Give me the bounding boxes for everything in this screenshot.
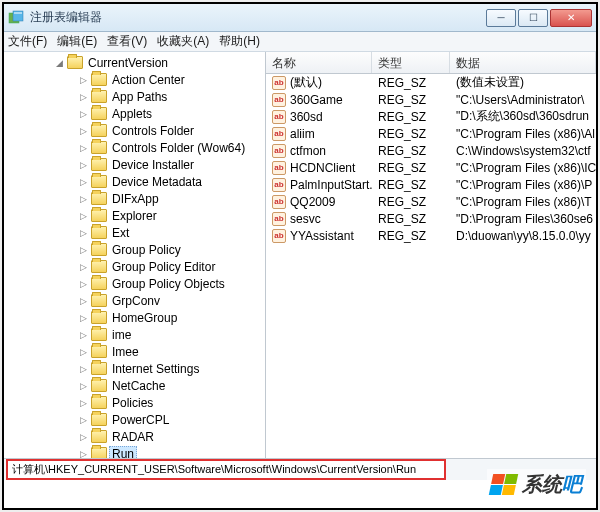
collapse-icon[interactable]: ◢ bbox=[54, 57, 65, 68]
watermark-suffix: 吧 bbox=[562, 473, 582, 495]
list-body[interactable]: ab(默认)REG_SZ(数值未设置)ab360GameREG_SZ"C:\Us… bbox=[266, 74, 596, 458]
tree-item[interactable]: ▷Internet Settings bbox=[6, 360, 265, 377]
string-value-icon: ab bbox=[272, 110, 286, 124]
list-row[interactable]: abctfmonREG_SZC:\Windows\system32\ctf bbox=[266, 142, 596, 159]
list-row[interactable]: abQQ2009REG_SZ"C:\Program Files (x86)\T bbox=[266, 193, 596, 210]
tree-item[interactable]: ▷HomeGroup bbox=[6, 309, 265, 326]
expand-icon[interactable]: ▷ bbox=[78, 125, 89, 136]
list-row[interactable]: abHCDNClientREG_SZ"C:\Program Files (x86… bbox=[266, 159, 596, 176]
watermark-prefix: 系统 bbox=[522, 473, 562, 495]
string-value-icon: ab bbox=[272, 178, 286, 192]
tree-item[interactable]: ▷Run bbox=[6, 445, 265, 458]
svg-rect-2 bbox=[14, 12, 22, 14]
value-data: "C:\Program Files (x86)\IC bbox=[450, 161, 596, 175]
expand-icon[interactable]: ▷ bbox=[78, 329, 89, 340]
expand-icon[interactable]: ▷ bbox=[78, 312, 89, 323]
tree-item[interactable]: ▷Applets bbox=[6, 105, 265, 122]
expand-icon[interactable]: ▷ bbox=[78, 91, 89, 102]
expand-icon[interactable]: ▷ bbox=[78, 210, 89, 221]
tree-item[interactable]: ▷Action Center bbox=[6, 71, 265, 88]
expand-icon[interactable]: ▷ bbox=[78, 74, 89, 85]
tree-item[interactable]: ▷Group Policy bbox=[6, 241, 265, 258]
tree-item[interactable]: ▷Group Policy Objects bbox=[6, 275, 265, 292]
tree-item[interactable]: ▷Controls Folder (Wow64) bbox=[6, 139, 265, 156]
value-name: QQ2009 bbox=[290, 195, 335, 209]
expand-icon[interactable]: ▷ bbox=[78, 346, 89, 357]
expand-icon[interactable]: ▷ bbox=[78, 448, 89, 458]
menu-help[interactable]: 帮助(H) bbox=[219, 33, 260, 50]
expand-icon[interactable]: ▷ bbox=[78, 159, 89, 170]
tree-item[interactable]: ▷NetCache bbox=[6, 377, 265, 394]
menu-favorites[interactable]: 收藏夹(A) bbox=[157, 33, 209, 50]
expand-icon[interactable]: ▷ bbox=[78, 227, 89, 238]
expand-icon[interactable]: ▷ bbox=[78, 244, 89, 255]
tree-label: Device Installer bbox=[109, 158, 197, 172]
list-row[interactable]: abaliimREG_SZ"C:\Program Files (x86)\Al bbox=[266, 125, 596, 142]
maximize-button[interactable]: ☐ bbox=[518, 9, 548, 27]
minimize-button[interactable]: ─ bbox=[486, 9, 516, 27]
expand-icon[interactable]: ▷ bbox=[78, 176, 89, 187]
tree-item[interactable]: ▷Ext bbox=[6, 224, 265, 241]
value-name: 360sd bbox=[290, 110, 323, 124]
tree-label: Policies bbox=[109, 396, 156, 410]
tree-item[interactable]: ▷ime bbox=[6, 326, 265, 343]
menu-file[interactable]: 文件(F) bbox=[8, 33, 47, 50]
tree-item[interactable]: ▷Controls Folder bbox=[6, 122, 265, 139]
string-value-icon: ab bbox=[272, 229, 286, 243]
folder-icon bbox=[91, 107, 107, 120]
tree-item[interactable]: ▷Device Installer bbox=[6, 156, 265, 173]
tree-item[interactable]: ▷Policies bbox=[6, 394, 265, 411]
folder-icon bbox=[91, 243, 107, 256]
list-row[interactable]: absesvcREG_SZ"D:\Program Files\360se6 bbox=[266, 210, 596, 227]
list-row[interactable]: ab(默认)REG_SZ(数值未设置) bbox=[266, 74, 596, 91]
value-data: (数值未设置) bbox=[450, 74, 596, 91]
folder-icon bbox=[91, 192, 107, 205]
tree-item[interactable]: ▷DIFxApp bbox=[6, 190, 265, 207]
tree-item[interactable]: ▷Group Policy Editor bbox=[6, 258, 265, 275]
menu-view[interactable]: 查看(V) bbox=[107, 33, 147, 50]
tree-item-currentversion[interactable]: ◢CurrentVersion bbox=[6, 54, 265, 71]
expand-icon[interactable]: ▷ bbox=[78, 431, 89, 442]
expand-icon[interactable]: ▷ bbox=[78, 108, 89, 119]
address-path[interactable]: 计算机\HKEY_CURRENT_USER\Software\Microsoft… bbox=[6, 459, 446, 480]
tree-item[interactable]: ▷RADAR bbox=[6, 428, 265, 445]
list-row[interactable]: ab360GameREG_SZ"C:\Users\Administrator\ bbox=[266, 91, 596, 108]
tree-item[interactable]: ▷Device Metadata bbox=[6, 173, 265, 190]
tree-item[interactable]: ▷Imee bbox=[6, 343, 265, 360]
tree-item[interactable]: ▷App Paths bbox=[6, 88, 265, 105]
expand-icon[interactable]: ▷ bbox=[78, 380, 89, 391]
folder-icon bbox=[91, 345, 107, 358]
tree-scroll[interactable]: ◢CurrentVersion▷Action Center▷App Paths▷… bbox=[4, 52, 265, 458]
tree-label: Ext bbox=[109, 226, 132, 240]
expand-icon[interactable]: ▷ bbox=[78, 363, 89, 374]
menu-edit[interactable]: 编辑(E) bbox=[57, 33, 97, 50]
value-name: 360Game bbox=[290, 93, 343, 107]
tree-label: DIFxApp bbox=[109, 192, 162, 206]
tree-item[interactable]: ▷Explorer bbox=[6, 207, 265, 224]
col-header-data[interactable]: 数据 bbox=[450, 52, 596, 73]
folder-icon bbox=[91, 294, 107, 307]
list-row[interactable]: abPalmInputStart...REG_SZ"C:\Program Fil… bbox=[266, 176, 596, 193]
expand-icon[interactable]: ▷ bbox=[78, 142, 89, 153]
watermark: 系统吧 bbox=[487, 469, 586, 500]
list-row[interactable]: ab360sdREG_SZ"D:\系统\360sd\360sdrun bbox=[266, 108, 596, 125]
tree-label: Group Policy bbox=[109, 243, 184, 257]
expand-icon[interactable]: ▷ bbox=[78, 278, 89, 289]
value-name: aliim bbox=[290, 127, 315, 141]
col-header-type[interactable]: 类型 bbox=[372, 52, 450, 73]
list-row[interactable]: abYYAssistantREG_SZD:\duowan\yy\8.15.0.0… bbox=[266, 227, 596, 244]
value-name: (默认) bbox=[290, 74, 322, 91]
expand-icon[interactable]: ▷ bbox=[78, 397, 89, 408]
expand-icon[interactable]: ▷ bbox=[78, 414, 89, 425]
list-pane: 名称 类型 数据 ab(默认)REG_SZ(数值未设置)ab360GameREG… bbox=[266, 52, 596, 458]
close-button[interactable]: ✕ bbox=[550, 9, 592, 27]
expand-icon[interactable]: ▷ bbox=[78, 193, 89, 204]
col-header-name[interactable]: 名称 bbox=[266, 52, 372, 73]
titlebar[interactable]: 注册表编辑器 ─ ☐ ✕ bbox=[4, 4, 596, 32]
value-data: "C:\Users\Administrator\ bbox=[450, 93, 596, 107]
tree-item[interactable]: ▷GrpConv bbox=[6, 292, 265, 309]
expand-icon[interactable]: ▷ bbox=[78, 261, 89, 272]
tree-item[interactable]: ▷PowerCPL bbox=[6, 411, 265, 428]
expand-icon[interactable]: ▷ bbox=[78, 295, 89, 306]
regedit-icon bbox=[8, 10, 24, 26]
